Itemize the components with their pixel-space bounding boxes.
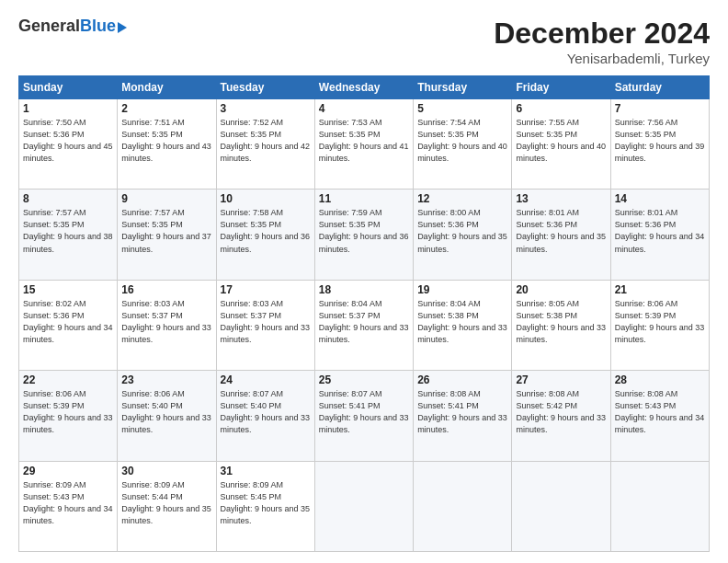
day-number: 17 bbox=[221, 283, 311, 296]
day-number: 19 bbox=[417, 283, 507, 296]
location-subtitle: Yenisarbademli, Turkey bbox=[494, 51, 710, 66]
calendar-cell: 31Sunrise: 8:09 AM Sunset: 5:45 PM Dayli… bbox=[216, 461, 314, 551]
day-info: Sunrise: 7:51 AM Sunset: 5:35 PM Dayligh… bbox=[121, 117, 211, 165]
calendar-header-row: SundayMondayTuesdayWednesdayThursdayFrid… bbox=[19, 76, 710, 99]
day-number: 31 bbox=[221, 465, 311, 477]
day-info: Sunrise: 8:09 AM Sunset: 5:43 PM Dayligh… bbox=[23, 479, 113, 527]
day-number: 13 bbox=[516, 192, 606, 205]
day-info: Sunrise: 8:04 AM Sunset: 5:38 PM Dayligh… bbox=[417, 298, 507, 346]
day-info: Sunrise: 8:09 AM Sunset: 5:45 PM Dayligh… bbox=[221, 479, 311, 527]
day-info: Sunrise: 8:07 AM Sunset: 5:40 PM Dayligh… bbox=[221, 388, 311, 436]
day-number: 2 bbox=[121, 102, 211, 115]
calendar-body: 1Sunrise: 7:50 AM Sunset: 5:36 PM Daylig… bbox=[19, 99, 710, 552]
calendar-page: General Blue December 2024 Yenisarbademl… bbox=[0, 0, 728, 563]
day-info: Sunrise: 8:09 AM Sunset: 5:44 PM Dayligh… bbox=[121, 479, 211, 527]
day-number: 29 bbox=[23, 465, 113, 477]
calendar-cell: 21Sunrise: 8:06 AM Sunset: 5:39 PM Dayli… bbox=[610, 280, 709, 370]
day-info: Sunrise: 8:01 AM Sunset: 5:36 PM Dayligh… bbox=[516, 207, 606, 255]
day-info: Sunrise: 7:55 AM Sunset: 5:35 PM Dayligh… bbox=[516, 117, 606, 165]
day-info: Sunrise: 8:05 AM Sunset: 5:38 PM Dayligh… bbox=[516, 298, 606, 346]
calendar-cell: 28Sunrise: 8:08 AM Sunset: 5:43 PM Dayli… bbox=[610, 371, 709, 461]
calendar-cell: 10Sunrise: 7:58 AM Sunset: 5:35 PM Dayli… bbox=[216, 190, 314, 280]
day-number: 30 bbox=[121, 465, 211, 477]
calendar-cell: 26Sunrise: 8:08 AM Sunset: 5:41 PM Dayli… bbox=[414, 371, 512, 461]
calendar-cell: 2Sunrise: 7:51 AM Sunset: 5:35 PM Daylig… bbox=[118, 99, 216, 190]
calendar-cell: 30Sunrise: 8:09 AM Sunset: 5:44 PM Dayli… bbox=[118, 461, 216, 551]
calendar-cell: 1Sunrise: 7:50 AM Sunset: 5:36 PM Daylig… bbox=[19, 99, 118, 190]
day-info: Sunrise: 7:59 AM Sunset: 5:35 PM Dayligh… bbox=[319, 207, 409, 255]
day-info: Sunrise: 8:03 AM Sunset: 5:37 PM Dayligh… bbox=[221, 298, 311, 346]
day-number: 25 bbox=[319, 373, 409, 386]
calendar-cell bbox=[314, 461, 413, 551]
calendar-cell: 22Sunrise: 8:06 AM Sunset: 5:39 PM Dayli… bbox=[19, 371, 118, 461]
weekday-header: Friday bbox=[512, 76, 610, 99]
day-number: 9 bbox=[121, 192, 211, 205]
calendar-cell: 16Sunrise: 8:03 AM Sunset: 5:37 PM Dayli… bbox=[118, 280, 216, 370]
day-info: Sunrise: 8:00 AM Sunset: 5:36 PM Dayligh… bbox=[417, 207, 507, 255]
day-info: Sunrise: 7:58 AM Sunset: 5:35 PM Dayligh… bbox=[221, 207, 311, 255]
calendar-cell bbox=[414, 461, 512, 551]
calendar-cell: 5Sunrise: 7:54 AM Sunset: 5:35 PM Daylig… bbox=[414, 99, 512, 190]
calendar-cell: 24Sunrise: 8:07 AM Sunset: 5:40 PM Dayli… bbox=[216, 371, 314, 461]
day-number: 7 bbox=[615, 102, 705, 115]
day-info: Sunrise: 8:06 AM Sunset: 5:40 PM Dayligh… bbox=[121, 388, 211, 436]
day-number: 21 bbox=[615, 283, 705, 296]
calendar-cell: 8Sunrise: 7:57 AM Sunset: 5:35 PM Daylig… bbox=[19, 190, 118, 280]
header: General Blue December 2024 Yenisarbademl… bbox=[18, 17, 710, 66]
calendar-cell: 29Sunrise: 8:09 AM Sunset: 5:43 PM Dayli… bbox=[19, 461, 118, 551]
calendar-cell: 12Sunrise: 8:00 AM Sunset: 5:36 PM Dayli… bbox=[414, 190, 512, 280]
day-number: 10 bbox=[221, 192, 311, 205]
day-info: Sunrise: 8:08 AM Sunset: 5:41 PM Dayligh… bbox=[417, 388, 507, 436]
logo-blue: Blue bbox=[80, 17, 116, 36]
logo-arrow-icon bbox=[118, 22, 127, 33]
calendar-cell bbox=[512, 461, 610, 551]
calendar-week-row: 15Sunrise: 8:02 AM Sunset: 5:36 PM Dayli… bbox=[19, 280, 710, 370]
calendar-cell: 23Sunrise: 8:06 AM Sunset: 5:40 PM Dayli… bbox=[118, 371, 216, 461]
calendar-cell: 25Sunrise: 8:07 AM Sunset: 5:41 PM Dayli… bbox=[314, 371, 413, 461]
calendar-week-row: 29Sunrise: 8:09 AM Sunset: 5:43 PM Dayli… bbox=[19, 461, 710, 551]
weekday-header: Thursday bbox=[414, 76, 512, 99]
calendar-week-row: 8Sunrise: 7:57 AM Sunset: 5:35 PM Daylig… bbox=[19, 190, 710, 280]
weekday-header: Monday bbox=[118, 76, 216, 99]
day-number: 16 bbox=[121, 283, 211, 296]
day-info: Sunrise: 8:03 AM Sunset: 5:37 PM Dayligh… bbox=[121, 298, 211, 346]
day-number: 15 bbox=[23, 283, 113, 296]
day-info: Sunrise: 7:57 AM Sunset: 5:35 PM Dayligh… bbox=[23, 207, 113, 255]
weekday-header: Tuesday bbox=[216, 76, 314, 99]
day-number: 11 bbox=[319, 192, 409, 205]
calendar-table: SundayMondayTuesdayWednesdayThursdayFrid… bbox=[18, 75, 710, 552]
day-number: 14 bbox=[615, 192, 705, 205]
logo: General Blue bbox=[18, 17, 127, 36]
calendar-cell: 4Sunrise: 7:53 AM Sunset: 5:35 PM Daylig… bbox=[314, 99, 413, 190]
month-title: December 2024 bbox=[494, 17, 710, 51]
title-section: December 2024 Yenisarbademli, Turkey bbox=[494, 17, 710, 66]
calendar-cell: 13Sunrise: 8:01 AM Sunset: 5:36 PM Dayli… bbox=[512, 190, 610, 280]
calendar-cell: 15Sunrise: 8:02 AM Sunset: 5:36 PM Dayli… bbox=[19, 280, 118, 370]
weekday-header: Wednesday bbox=[314, 76, 413, 99]
day-info: Sunrise: 8:04 AM Sunset: 5:37 PM Dayligh… bbox=[319, 298, 409, 346]
calendar-cell: 18Sunrise: 8:04 AM Sunset: 5:37 PM Dayli… bbox=[314, 280, 413, 370]
day-info: Sunrise: 7:57 AM Sunset: 5:35 PM Dayligh… bbox=[121, 207, 211, 255]
day-number: 4 bbox=[319, 102, 409, 115]
calendar-cell: 19Sunrise: 8:04 AM Sunset: 5:38 PM Dayli… bbox=[414, 280, 512, 370]
day-number: 6 bbox=[516, 102, 606, 115]
day-number: 28 bbox=[615, 373, 705, 386]
calendar-cell: 3Sunrise: 7:52 AM Sunset: 5:35 PM Daylig… bbox=[216, 99, 314, 190]
day-number: 5 bbox=[417, 102, 507, 115]
day-number: 20 bbox=[516, 283, 606, 296]
day-info: Sunrise: 8:02 AM Sunset: 5:36 PM Dayligh… bbox=[23, 298, 113, 346]
day-number: 26 bbox=[417, 373, 507, 386]
day-info: Sunrise: 7:52 AM Sunset: 5:35 PM Dayligh… bbox=[221, 117, 311, 165]
day-info: Sunrise: 7:54 AM Sunset: 5:35 PM Dayligh… bbox=[417, 117, 507, 165]
day-info: Sunrise: 7:53 AM Sunset: 5:35 PM Dayligh… bbox=[319, 117, 409, 165]
calendar-week-row: 22Sunrise: 8:06 AM Sunset: 5:39 PM Dayli… bbox=[19, 371, 710, 461]
day-info: Sunrise: 8:08 AM Sunset: 5:42 PM Dayligh… bbox=[516, 388, 606, 436]
logo-general: General bbox=[18, 17, 80, 36]
calendar-cell: 6Sunrise: 7:55 AM Sunset: 5:35 PM Daylig… bbox=[512, 99, 610, 190]
calendar-cell: 14Sunrise: 8:01 AM Sunset: 5:36 PM Dayli… bbox=[610, 190, 709, 280]
day-number: 8 bbox=[23, 192, 113, 205]
calendar-cell: 9Sunrise: 7:57 AM Sunset: 5:35 PM Daylig… bbox=[118, 190, 216, 280]
calendar-cell bbox=[610, 461, 709, 551]
weekday-header: Sunday bbox=[19, 76, 118, 99]
calendar-cell: 17Sunrise: 8:03 AM Sunset: 5:37 PM Dayli… bbox=[216, 280, 314, 370]
